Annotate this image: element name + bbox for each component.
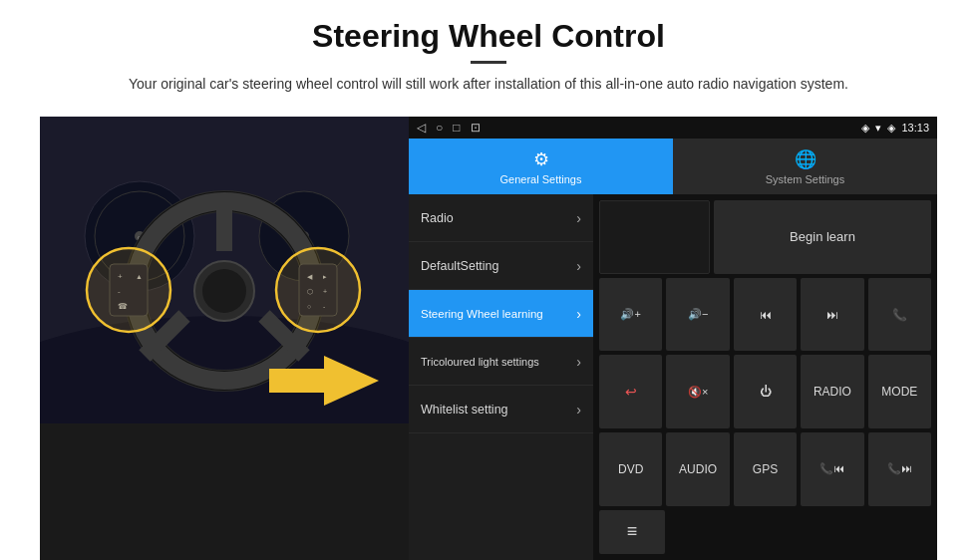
tab-system-settings[interactable]: 🌐 System Settings bbox=[673, 139, 937, 194]
globe-icon: 🌐 bbox=[795, 148, 816, 170]
audio-button[interactable]: AUDIO bbox=[666, 432, 729, 506]
mode-label: MODE bbox=[881, 385, 917, 399]
vol-down-icon: 🔊− bbox=[688, 308, 708, 321]
menu-radio-label: Radio bbox=[421, 211, 454, 225]
svg-rect-31 bbox=[269, 369, 329, 393]
prev-track-button[interactable]: ⏮ bbox=[734, 278, 797, 352]
vol-down-button[interactable]: 🔊− bbox=[666, 278, 729, 352]
prev-track-icon: ⏮ bbox=[760, 308, 772, 322]
title-section: Steering Wheel Control Your original car… bbox=[40, 18, 937, 109]
phone-next-icon: 📞⏭ bbox=[887, 462, 912, 475]
android-ui: ◁ ○ □ ⊡ ◈ ▾ ◈ 13:13 ⚙ General Settings bbox=[409, 117, 937, 560]
gear-icon: ⚙ bbox=[533, 148, 549, 170]
tab-bar: ⚙ General Settings 🌐 System Settings bbox=[409, 139, 937, 194]
svg-point-15 bbox=[202, 269, 246, 313]
status-bar-right: ◈ ▾ ◈ 13:13 bbox=[861, 122, 929, 135]
begin-learn-button[interactable]: Begin learn bbox=[714, 200, 931, 274]
begin-learn-label: Begin learn bbox=[790, 229, 855, 244]
mute-icon: 🔇× bbox=[688, 386, 708, 399]
grid-row-1: Begin learn bbox=[599, 200, 931, 274]
content-area: 0 + ▲ - ☎ bbox=[40, 117, 937, 560]
menu-item-default-setting[interactable]: DefaultSetting › bbox=[409, 242, 593, 290]
hangup-button[interactable]: ↩ bbox=[599, 355, 662, 428]
tab-general-settings[interactable]: ⚙ General Settings bbox=[409, 139, 673, 194]
wifi-icon: ◈ bbox=[887, 122, 895, 135]
hangup-icon: ↩ bbox=[625, 384, 637, 400]
dvd-button[interactable]: DVD bbox=[599, 432, 662, 506]
phone-prev-button[interactable]: 📞⏮ bbox=[801, 432, 863, 506]
tab-general-label: General Settings bbox=[500, 173, 582, 185]
main-panel: Radio › DefaultSetting › Steering Wheel … bbox=[409, 194, 937, 560]
chevron-icon: › bbox=[576, 402, 581, 418]
mode-button[interactable]: MODE bbox=[868, 355, 931, 428]
grid-row-2: 🔊+ 🔊− ⏮ ⏭ 📞 bbox=[599, 278, 931, 352]
menu-steering-label: Steering Wheel learning bbox=[421, 308, 543, 320]
menu-item-steering-wheel[interactable]: Steering Wheel learning › bbox=[409, 290, 593, 338]
phone-icon: 📞 bbox=[892, 308, 907, 322]
radio-label: RADIO bbox=[814, 385, 851, 399]
chevron-icon: › bbox=[576, 306, 581, 322]
grid-row-3: ↩ 🔇× ⏻ RADIO MODE bbox=[599, 355, 931, 428]
home-nav-icon[interactable]: ○ bbox=[436, 121, 443, 135]
power-icon: ⏻ bbox=[760, 385, 772, 399]
next-track-icon: ⏭ bbox=[826, 308, 838, 322]
radio-button[interactable]: RADIO bbox=[801, 355, 863, 428]
mute-button[interactable]: 🔇× bbox=[666, 355, 729, 428]
grid-empty-row5 bbox=[669, 510, 931, 554]
gps-button[interactable]: GPS bbox=[734, 432, 797, 506]
vol-up-icon: 🔊+ bbox=[620, 308, 640, 321]
screenshot-icon[interactable]: ⊡ bbox=[471, 121, 481, 135]
chevron-icon: › bbox=[576, 354, 581, 370]
grid-row-4: DVD AUDIO GPS 📞⏮ 📞⏭ bbox=[599, 432, 931, 506]
phone-prev-icon: 📞⏮ bbox=[819, 462, 844, 475]
chevron-icon: › bbox=[576, 258, 581, 274]
left-menu: Radio › DefaultSetting › Steering Wheel … bbox=[409, 194, 593, 560]
grid-row-5: ≡ bbox=[599, 510, 931, 554]
menu-whitelist-label: Whitelist setting bbox=[421, 403, 508, 417]
svg-point-29 bbox=[276, 248, 360, 332]
menu-item-whitelist[interactable]: Whitelist setting › bbox=[409, 386, 593, 433]
subtitle: Your original car's steering wheel contr… bbox=[40, 74, 937, 95]
chevron-icon: › bbox=[576, 210, 581, 226]
vol-up-button[interactable]: 🔊+ bbox=[599, 278, 662, 352]
power-button[interactable]: ⏻ bbox=[734, 355, 797, 428]
menu-grid-icon: ≡ bbox=[627, 521, 638, 542]
signal-icon: ▾ bbox=[875, 122, 881, 135]
audio-label: AUDIO bbox=[679, 462, 717, 476]
menu-default-label: DefaultSetting bbox=[421, 259, 499, 273]
menu-item-radio[interactable]: Radio › bbox=[409, 194, 593, 242]
gps-label: GPS bbox=[753, 462, 778, 476]
phone-next-button[interactable]: 📞⏭ bbox=[868, 432, 931, 506]
steering-wheel-image: 0 + ▲ - ☎ bbox=[40, 117, 409, 423]
dvd-label: DVD bbox=[618, 462, 643, 476]
title-divider bbox=[471, 61, 506, 64]
tab-system-label: System Settings bbox=[766, 173, 844, 185]
grid-empty-1 bbox=[599, 200, 710, 274]
back-nav-icon[interactable]: ◁ bbox=[417, 121, 426, 135]
right-grid: Begin learn 🔊+ 🔊− ⏮ bbox=[593, 194, 937, 560]
location-icon: ◈ bbox=[861, 122, 869, 135]
status-bar: ◁ ○ □ ⊡ ◈ ▾ ◈ 13:13 bbox=[409, 117, 937, 139]
status-time: 13:13 bbox=[901, 122, 929, 134]
page-title: Steering Wheel Control bbox=[40, 18, 937, 55]
status-bar-left: ◁ ○ □ ⊡ bbox=[417, 121, 481, 135]
next-track-button[interactable]: ⏭ bbox=[801, 278, 863, 352]
menu-item-tricoloured[interactable]: Tricoloured light settings › bbox=[409, 338, 593, 386]
recent-nav-icon[interactable]: □ bbox=[453, 121, 460, 135]
phone-button[interactable]: 📞 bbox=[868, 278, 931, 352]
menu-grid-button[interactable]: ≡ bbox=[599, 510, 665, 554]
menu-tricoloured-label: Tricoloured light settings bbox=[421, 356, 539, 368]
svg-point-28 bbox=[87, 248, 170, 332]
car-image-area: 0 + ▲ - ☎ bbox=[40, 117, 409, 560]
